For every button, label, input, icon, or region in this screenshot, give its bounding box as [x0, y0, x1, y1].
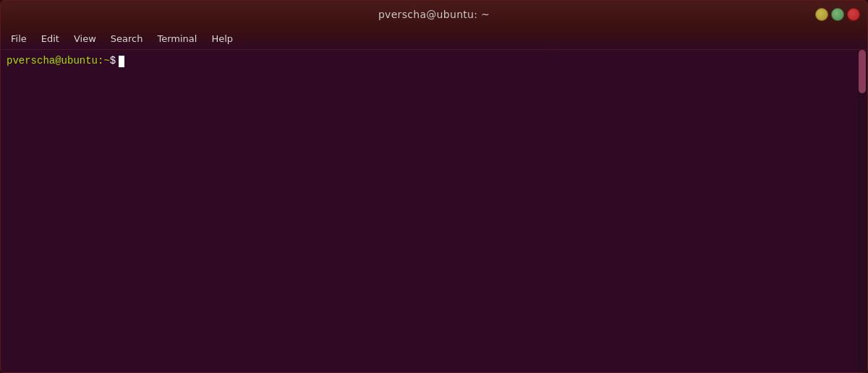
prompt-dir: :~ — [98, 54, 110, 69]
window-controls: − □ × — [815, 8, 860, 21]
titlebar: pverscha@ubuntu: ~ − □ × — [1, 1, 867, 28]
prompt-user: pverscha@ubuntu — [7, 54, 98, 69]
scrollbar-thumb[interactable] — [859, 50, 866, 93]
scrollbar-track[interactable] — [857, 50, 867, 372]
maximize-button[interactable]: □ — [831, 8, 844, 21]
minimize-button[interactable]: − — [815, 8, 828, 21]
menu-search[interactable]: Search — [103, 30, 150, 47]
menu-file[interactable]: File — [4, 30, 34, 47]
close-button[interactable]: × — [847, 8, 860, 21]
terminal-window: pverscha@ubuntu: ~ − □ × File Edit View … — [0, 0, 868, 373]
menubar: File Edit View Search Terminal Help — [1, 28, 867, 50]
terminal-prompt-line: pverscha@ubuntu :~ $ — [7, 54, 861, 69]
prompt-symbol: $ — [110, 54, 116, 69]
window-title: pverscha@ubuntu: ~ — [378, 9, 490, 20]
menu-edit[interactable]: Edit — [34, 30, 67, 47]
terminal-body[interactable]: pverscha@ubuntu :~ $ — [1, 50, 867, 372]
menu-help[interactable]: Help — [204, 30, 240, 47]
menu-view[interactable]: View — [67, 30, 103, 47]
menu-terminal[interactable]: Terminal — [150, 30, 204, 47]
terminal-cursor — [119, 56, 124, 67]
